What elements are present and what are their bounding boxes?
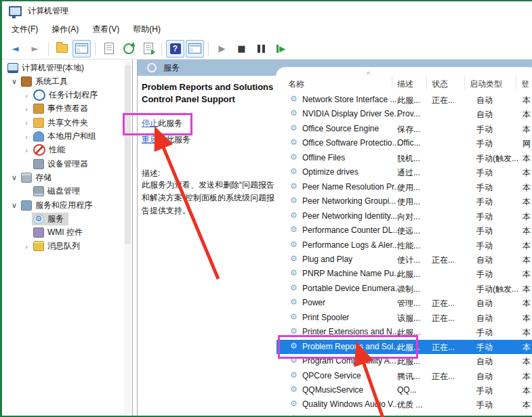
service-logon-as: 本 xyxy=(523,356,531,368)
services-pane: 服务 Problem Reports and Solutions Control… xyxy=(138,60,532,416)
stop-service-button[interactable]: ■ xyxy=(232,40,251,58)
expand-chevron-icon[interactable]: › xyxy=(21,146,32,154)
service-startup-type: 自动 xyxy=(476,109,493,120)
service-row[interactable]: ⚙Peer Name Resolution Pr...使用...手动本 xyxy=(277,180,532,194)
up-level-button[interactable] xyxy=(53,40,71,58)
column-separator[interactable] xyxy=(426,76,427,89)
service-row[interactable]: ⚙Performance Logs & Aler...性能...手动本 xyxy=(277,238,532,253)
menu-file[interactable]: 文件(F) xyxy=(5,21,45,38)
pane-divider[interactable] xyxy=(132,60,138,416)
service-row[interactable]: ⚙Optimize drives通过...手动本 xyxy=(277,165,532,179)
service-gear-icon: ⚙ xyxy=(290,108,298,118)
tree-item-wmi-control[interactable]: WMI 控件 xyxy=(21,226,87,240)
service-gear-icon: ⚙ xyxy=(290,370,298,380)
service-row[interactable]: ⚙Portable Device Enumera...强制...手动(触发...… xyxy=(277,282,532,296)
show-action-pane-button[interactable] xyxy=(186,40,204,58)
service-name: Power xyxy=(302,298,325,307)
service-row[interactable]: ⚙QPCore Service腾讯...正在...自动本 xyxy=(277,369,532,383)
service-startup-type: 自动 xyxy=(476,356,493,368)
menu-action[interactable]: 操作(A) xyxy=(45,21,85,38)
properties-button[interactable] xyxy=(100,40,118,58)
column-separator[interactable] xyxy=(516,76,516,89)
start-service-button[interactable]: ▶ xyxy=(213,40,231,58)
tree-item-local-users-groups[interactable]: ›本地用户和组 xyxy=(21,130,101,144)
tree-scrollbar-thumb[interactable] xyxy=(125,65,131,244)
tree-item-task-scheduler[interactable]: ›任务计划程序 xyxy=(21,89,102,102)
column-header-logon[interactable]: 登 xyxy=(521,79,529,90)
service-logon-as: 本 xyxy=(523,269,531,280)
refresh-button[interactable] xyxy=(119,40,138,58)
expand-chevron-icon[interactable]: › xyxy=(21,133,32,141)
service-row[interactable]: ⚙Performance Counter DL...使远...手动本 xyxy=(277,223,532,238)
service-row[interactable]: ⚙Remote Access Auto C...无论...手动本 xyxy=(277,412,532,416)
service-row[interactable]: ⚙Problem Reports and Sol...此服...正在...手动本 xyxy=(277,340,532,354)
service-row[interactable]: ⚙Peer Networking Identity...向对...手动本 xyxy=(277,209,532,223)
tree-item-storage[interactable]: ∨存储 xyxy=(9,171,56,184)
toolbar-separator xyxy=(161,42,162,56)
collapse-chevron-icon[interactable]: ∨ xyxy=(9,173,20,182)
tree-item-message-queuing[interactable]: ›消息队列 xyxy=(21,240,85,253)
show-console-tree-button[interactable] xyxy=(73,40,91,58)
stop-service-link[interactable]: 停止 xyxy=(142,118,158,128)
tree-item-services[interactable]: ⚙服务 xyxy=(21,212,68,225)
service-name: Optimize drives xyxy=(302,167,359,177)
service-name: Network Store Interface ... xyxy=(302,95,396,104)
service-logon-as: 本 xyxy=(523,109,531,120)
service-row[interactable]: ⚙Offline Files脱机...手动(触发...本 xyxy=(277,151,532,165)
expand-chevron-icon[interactable]: › xyxy=(21,242,32,250)
help-button[interactable]: ? xyxy=(166,40,184,58)
restart-service-link[interactable]: 重启动 xyxy=(142,135,166,144)
tree-item-services-and-applications[interactable]: ∨服务和应用程序 xyxy=(9,198,97,212)
tree-item-device-manager[interactable]: 设备管理器 xyxy=(21,157,93,171)
menu-bar: 文件(F)操作(A)查看(V)帮助(H) xyxy=(2,20,532,38)
service-name: Plug and Play xyxy=(302,255,352,264)
tree-item-disk-management[interactable]: 磁盘管理 xyxy=(21,185,85,198)
forward-button[interactable]: ► xyxy=(26,40,44,58)
service-row[interactable]: ⚙Print Spooler该服...正在...自动本 xyxy=(277,311,532,325)
tree-scrollbar[interactable] xyxy=(124,61,131,414)
tree-item-label: 消息队列 xyxy=(47,240,80,252)
service-row[interactable]: ⚙Peer Networking Groupi...使用...手动本 xyxy=(277,194,532,208)
collapse-chevron-icon[interactable]: ∨ xyxy=(9,77,20,86)
service-row[interactable]: ⚙QQMusicServiceQQ...手动本 xyxy=(277,383,532,397)
service-row[interactable]: ⚙Quality Windows Audio V...优质 ...手动本 xyxy=(277,397,532,412)
column-header-startup[interactable]: 启动类型 xyxy=(470,79,502,90)
service-row[interactable]: ⚙Plug and Play使计...正在...自动本 xyxy=(277,253,532,267)
expand-chevron-icon[interactable]: › xyxy=(21,105,32,113)
tree-item-performance[interactable]: ›性能 xyxy=(21,144,70,157)
tree-item-system-tools[interactable]: ∨系统工具 xyxy=(9,74,73,88)
column-header-name[interactable]: 名称 xyxy=(288,79,304,90)
service-row[interactable]: ⚙Printer Extensions and N...此服...手动本 xyxy=(277,325,532,339)
services-pane-icon xyxy=(147,63,157,72)
column-header-status[interactable]: 状态 xyxy=(432,79,448,90)
service-row[interactable]: ⚙PNRP Machine Name Pu...此服...手动本 xyxy=(277,267,532,281)
tree-item-event-viewer[interactable]: ›事件查看器 xyxy=(21,102,93,116)
service-gear-icon: ⚙ xyxy=(290,341,298,351)
service-row[interactable]: ⚙Network Store Interface ...此服...正在...自动… xyxy=(277,93,532,107)
tree-item-computer-management[interactable]: 计算机管理(本地) xyxy=(6,61,89,74)
column-separator[interactable] xyxy=(392,76,392,89)
tree-item-shared-folders[interactable]: ›共享文件夹 xyxy=(21,116,93,129)
service-row[interactable]: ⚙Office Software Protectio...Offic...手动网 xyxy=(277,136,532,150)
column-separator[interactable] xyxy=(464,76,465,89)
service-gear-icon: ⚙ xyxy=(290,225,298,234)
back-button[interactable]: ◄ xyxy=(6,40,24,58)
restart-service-button[interactable]: ▶ xyxy=(272,40,290,58)
service-logon-as: 本 xyxy=(523,167,531,179)
menu-help[interactable]: 帮助(H) xyxy=(126,21,167,38)
expand-chevron-icon[interactable]: › xyxy=(21,118,32,127)
menu-view[interactable]: 查看(V) xyxy=(85,21,126,38)
expand-chevron-icon[interactable]: › xyxy=(21,91,32,100)
service-row[interactable]: ⚙NVIDIA Display Driver Se...Prov...自动本 xyxy=(277,107,532,121)
tree-item-body: 性能 xyxy=(32,144,70,156)
service-row[interactable]: ⚙Power管理...正在...自动本 xyxy=(277,296,532,310)
column-header-desc[interactable]: 描述 xyxy=(397,79,413,90)
sort-indicator: ^ xyxy=(367,71,370,79)
collapse-chevron-icon[interactable]: ∨ xyxy=(9,201,20,210)
service-row[interactable]: ⚙Office Source Engine保存...手动本 xyxy=(277,122,532,136)
services-list-rows: ⚙Network Store Interface ...此服...正在...自动… xyxy=(277,93,532,416)
app-icon xyxy=(9,6,22,16)
export-list-button[interactable] xyxy=(139,40,157,58)
service-row[interactable]: ⚙Program Compatibility A...此服...自动本 xyxy=(277,354,532,368)
pause-service-button[interactable] xyxy=(252,40,270,58)
